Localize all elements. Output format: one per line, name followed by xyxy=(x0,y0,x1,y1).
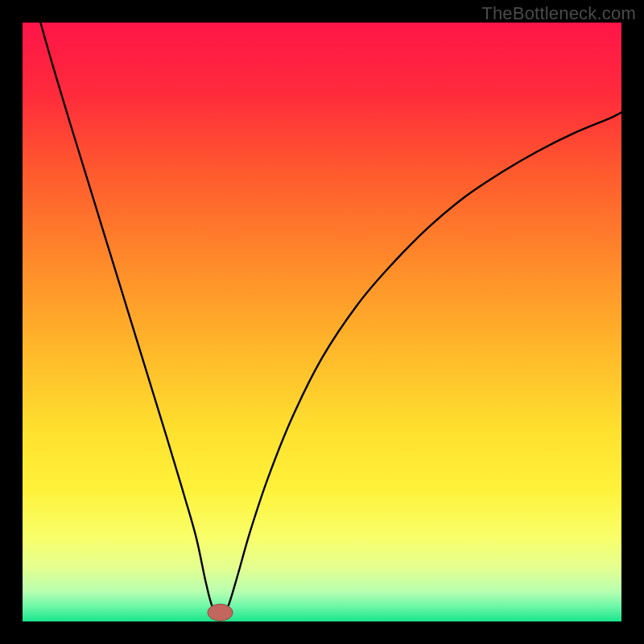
watermark-text: TheBottleneck.com xyxy=(481,3,636,24)
plot-area xyxy=(23,23,621,621)
optimal-point-marker xyxy=(208,604,233,621)
chart-frame: TheBottleneck.com xyxy=(0,0,644,644)
gradient-background xyxy=(23,23,621,621)
chart-svg xyxy=(23,23,621,621)
